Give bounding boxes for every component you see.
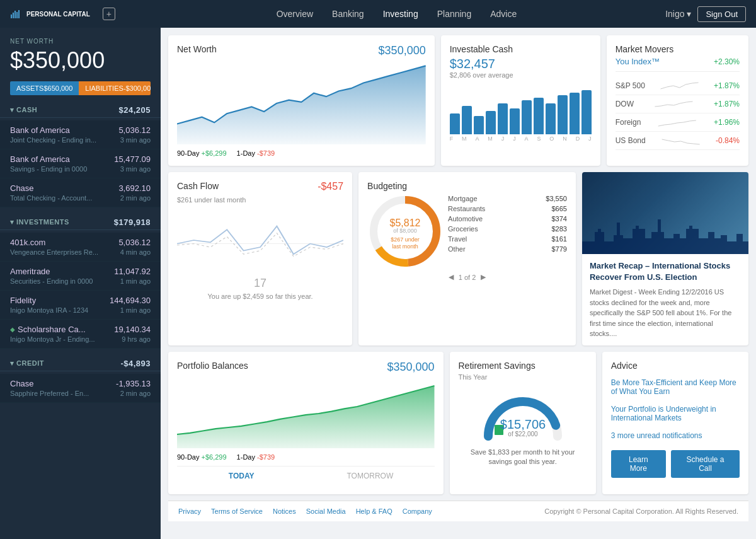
liabilities-bar[interactable]: LIABILITIES -$300,000	[79, 81, 151, 95]
retirement-savings-card: Retirement Savings This Year $15,706 of …	[450, 352, 596, 494]
svg-rect-3	[16, 12, 18, 18]
advice-link-2[interactable]: Your Portfolio is Underweight in Interna…	[611, 402, 740, 425]
user-menu[interactable]: Inigo ▾	[665, 9, 691, 19]
svg-text:last month: last month	[392, 243, 418, 250]
portfolio-tab-today[interactable]: TODAY	[177, 467, 306, 485]
portfolio-header: Portfolio Balances $350,000	[177, 361, 435, 374]
assets-bar[interactable]: ASSETS $650,000	[10, 81, 79, 95]
page-footer: PrivacyTerms of ServiceNoticesSocial Med…	[168, 501, 748, 521]
market-mover-foreign[interactable]: Foreign +1.96%	[616, 113, 740, 132]
advice-notifications[interactable]: 3 more unread notifications	[611, 429, 740, 443]
sp500-chart	[650, 79, 709, 92]
retirement-footer: Save $1,833 per month to hit your saving…	[459, 448, 587, 467]
retirement-gauge-svg: $15,706 of $22,000	[479, 386, 567, 443]
footer-link-notices[interactable]: Notices	[273, 507, 296, 515]
net-worth-header: Net Worth $350,000	[177, 44, 426, 57]
inv-bar-9	[558, 95, 568, 134]
market-mover-usbond[interactable]: US Bond -0.84%	[616, 132, 740, 150]
logo-icon	[10, 8, 21, 20]
investments-section-header[interactable]: ▾ INVESTMENTS $179,918	[0, 212, 161, 229]
investable-cash-chart-area: FMAMJJASONDJ	[450, 84, 592, 142]
market-recap-image	[582, 172, 748, 254]
pagination-next[interactable]: ▶	[481, 273, 486, 281]
budgeting-donut: $5,812 of $8,000 $267 under last month	[367, 194, 443, 269]
account-scholarshare[interactable]: ◆ Scholarshare Ca... 19,140.34 Inigo Mon…	[0, 320, 161, 349]
cash-flow-header: Cash Flow -$457	[177, 181, 343, 194]
cash-flow-chart	[177, 209, 343, 272]
inv-bar-8	[546, 103, 556, 134]
advice-card: Advice Be More Tax-Efficient and Keep Mo…	[602, 352, 748, 494]
advice-links: Be More Tax-Efficient and Keep More of W…	[611, 376, 740, 443]
footer-link-terms-of-service[interactable]: Terms of Service	[211, 507, 263, 515]
credit-section-header[interactable]: ▾ CREDIT -$4,893	[0, 354, 161, 371]
market-mover-dow[interactable]: DOW +1.87%	[616, 95, 740, 113]
footer-link-help-&-faq[interactable]: Help & FAQ	[356, 507, 392, 515]
top-navigation: PERSONAL CAPITAL + Overview Banking Inve…	[0, 0, 756, 28]
budget-item: Restaurants$665	[448, 204, 567, 214]
market-movers-card: Market Movers You Index™ +2.30% S&P 500 …	[607, 35, 748, 166]
usbond-chart	[651, 134, 711, 147]
dow-chart	[639, 98, 709, 110]
add-account-button[interactable]: +	[103, 8, 115, 20]
account-boa-savings[interactable]: Bank of America 15,477.09 Savings - Endi…	[0, 149, 161, 178]
footer-link-privacy[interactable]: Privacy	[178, 507, 201, 515]
svg-rect-0	[11, 14, 12, 18]
inv-bar-7	[534, 98, 544, 134]
nav-investing[interactable]: Investing	[383, 6, 418, 21]
sidebar-net-worth-value: $350,000	[0, 47, 161, 81]
inv-bar-3	[486, 111, 496, 134]
net-worth-card: Net Worth $350,000	[168, 35, 435, 166]
assets-liabilities-bar: ASSETS $650,000 LIABILITIES -$300,000	[10, 81, 151, 95]
investable-cash-card: Investable Cash $32,457 $2,806 over aver…	[441, 35, 600, 166]
schedule-call-button[interactable]: Schedule a Call	[671, 450, 740, 478]
account-ameritrade[interactable]: Ameritrade 11,047.92 Securities - Ending…	[0, 262, 161, 291]
svg-rect-1	[13, 13, 14, 18]
row-1: Net Worth $350,000	[168, 35, 748, 166]
scholarshare-icon: ◆	[10, 326, 15, 333]
inv-bar-11	[581, 90, 592, 134]
budget-item: Automotive$374	[448, 214, 567, 224]
learn-more-button[interactable]: Learn More	[611, 450, 666, 478]
inv-bar-2	[474, 116, 484, 134]
nav-advice[interactable]: Advice	[490, 6, 517, 21]
retirement-gauge: $15,706 of $22,000	[459, 386, 587, 443]
row-2: Cash Flow -$457 $261 under last month 17…	[168, 172, 748, 345]
account-chase-credit[interactable]: Chase -1,935.13 Sapphire Preferred - En.…	[0, 374, 161, 403]
sign-out-button[interactable]: Sign Out	[697, 6, 746, 22]
investable-cash-months: FMAMJJASONDJ	[450, 136, 592, 142]
budgeting-card: Budgeting $5,812 of $8,000 $267 under la…	[358, 172, 576, 345]
market-recap-body: Market Recap – International Stocks Reco…	[582, 254, 748, 345]
inv-bar-1	[462, 106, 472, 134]
market-recap-card: Market Recap – International Stocks Reco…	[582, 172, 748, 345]
portfolio-tab-tomorrow[interactable]: TOMORROW	[306, 467, 434, 485]
account-fidelity[interactable]: Fidelity 144,694.30 Inigo Montoya IRA - …	[0, 291, 161, 320]
nav-overview[interactable]: Overview	[277, 6, 313, 21]
logo[interactable]: PERSONAL CAPITAL	[10, 8, 90, 20]
row-3: Portfolio Balances $350,000	[168, 352, 748, 494]
pagination-prev[interactable]: ◀	[449, 273, 454, 281]
footer-link-company[interactable]: Company	[403, 507, 432, 515]
footer-links: PrivacyTerms of ServiceNoticesSocial Med…	[178, 507, 432, 515]
cash-flow-number: 17	[177, 277, 343, 290]
investable-cash-chart	[450, 84, 592, 134]
svg-text:$5,812: $5,812	[390, 217, 421, 228]
cash-section-header[interactable]: ▾ CASH $24,205	[0, 100, 161, 117]
you-index-row[interactable]: You Index™ +2.30%	[616, 57, 740, 72]
inv-bar-4	[498, 103, 508, 134]
top-nav-right: Inigo ▾ Sign Out	[665, 6, 746, 22]
account-chase-checking[interactable]: Chase 3,692.10 Total Checking - Account.…	[0, 178, 161, 207]
budgeting-content: $5,812 of $8,000 $267 under last month M…	[367, 194, 567, 269]
nav-planning[interactable]: Planning	[437, 6, 472, 21]
footer-link-social-media[interactable]: Social Media	[306, 507, 346, 515]
svg-rect-4	[18, 10, 20, 18]
investments-section: ▾ INVESTMENTS $179,918 401k.com 5,036.12…	[0, 212, 161, 349]
foreign-chart	[646, 116, 709, 129]
account-boa-checking[interactable]: Bank of America 5,036.12 Joint Checking …	[0, 120, 161, 149]
net-worth-footer: 90-Day +$6,299 1-Day -$739	[177, 149, 426, 157]
account-401k[interactable]: 401k.com 5,036.12 Vengeance Enterprises …	[0, 233, 161, 262]
inv-bar-10	[570, 93, 580, 134]
advice-link-1[interactable]: Be More Tax-Efficient and Keep More of W…	[611, 376, 740, 398]
nav-banking[interactable]: Banking	[332, 6, 364, 21]
main-content: Net Worth $350,000	[161, 28, 756, 539]
market-mover-sp500[interactable]: S&P 500 +1.87%	[616, 77, 740, 95]
